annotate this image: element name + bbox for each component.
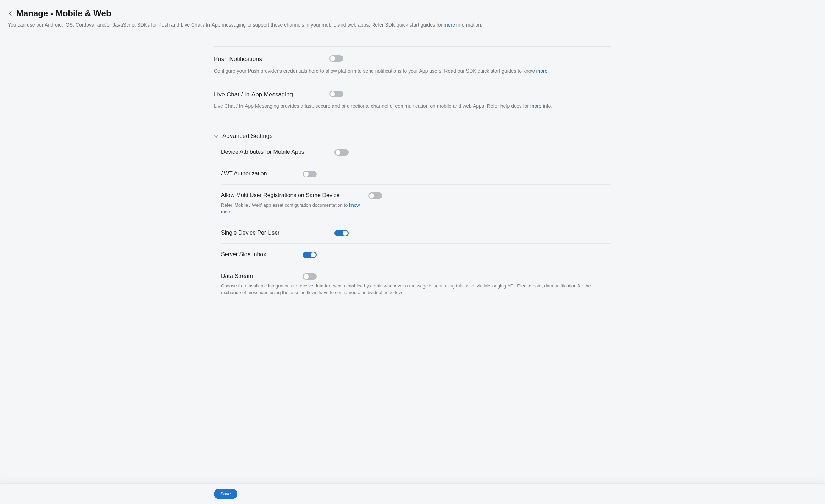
livechat-desc: Live Chat / In-App Messaging provides a … — [214, 102, 611, 110]
single-device-item: Single Device Per User — [221, 222, 611, 243]
multi-user-toggle[interactable] — [368, 192, 382, 199]
livechat-desc-pre: Live Chat / In-App Messaging provides a … — [214, 103, 530, 109]
server-inbox-item: Server Side Inbox — [221, 243, 611, 265]
push-title: Push Notifications — [214, 55, 319, 64]
data-stream-toggle[interactable] — [303, 273, 317, 280]
advanced-settings-toggle-header[interactable]: Advanced Settings — [214, 125, 611, 143]
multi-user-desc-pre: Refer 'Mobile / Web' app asset configura… — [221, 202, 349, 208]
server-inbox-label: Server Side Inbox — [221, 250, 292, 259]
jwt-label: JWT Authorization — [221, 169, 292, 178]
livechat-desc-link[interactable]: more — [530, 103, 542, 109]
page-subtitle-link[interactable]: more — [444, 22, 455, 28]
server-inbox-toggle[interactable] — [303, 252, 317, 258]
jwt-toggle[interactable] — [303, 171, 317, 177]
data-stream-label: Data Stream — [221, 272, 292, 280]
page-header: Manage - Mobile & Web You can use our An… — [0, 0, 825, 32]
livechat-title: Live Chat / In-App Messaging — [214, 90, 319, 99]
livechat-section: Live Chat / In-App Messaging Live Chat /… — [214, 82, 611, 117]
chevron-down-icon — [214, 134, 219, 139]
push-desc-link[interactable]: more. — [536, 68, 549, 74]
livechat-toggle[interactable] — [329, 91, 343, 97]
push-desc-pre: Configure your Push provider's credentia… — [214, 68, 536, 74]
page-title: Manage - Mobile & Web — [16, 7, 111, 20]
device-attributes-toggle[interactable] — [334, 149, 349, 156]
device-attributes-label: Device Attributes for Mobile Apps — [221, 148, 324, 156]
single-device-toggle[interactable] — [334, 230, 349, 236]
multi-user-item: Allow Multi User Registrations on Same D… — [221, 184, 611, 222]
livechat-desc-post: info. — [542, 103, 552, 109]
push-toggle[interactable] — [329, 55, 343, 62]
push-desc: Configure your Push provider's credentia… — [214, 67, 611, 75]
multi-user-label: Allow Multi User Registrations on Same D… — [221, 191, 358, 200]
jwt-item: JWT Authorization — [221, 163, 611, 184]
footer-bar: Save — [0, 483, 825, 504]
single-device-label: Single Device Per User — [221, 229, 324, 237]
advanced-settings-section: Advanced Settings Device Attributes for … — [214, 117, 611, 303]
page-subtitle-pre: You can use our Android, iOS, Cordova, a… — [8, 22, 444, 28]
multi-user-desc: Refer 'Mobile / Web' app asset configura… — [221, 202, 363, 215]
device-attributes-item: Device Attributes for Mobile Apps — [221, 143, 611, 163]
data-stream-desc: Choose from available integrations to re… — [221, 282, 611, 296]
data-stream-item: Data Stream Choose from available integr… — [221, 265, 611, 303]
page-subtitle: You can use our Android, iOS, Cordova, a… — [8, 21, 817, 29]
save-button[interactable]: Save — [214, 489, 237, 499]
page-subtitle-post: information. — [455, 22, 482, 28]
advanced-settings-title: Advanced Settings — [222, 131, 273, 141]
back-icon[interactable] — [8, 9, 13, 18]
push-notifications-section: Push Notifications Configure your Push p… — [214, 46, 611, 82]
